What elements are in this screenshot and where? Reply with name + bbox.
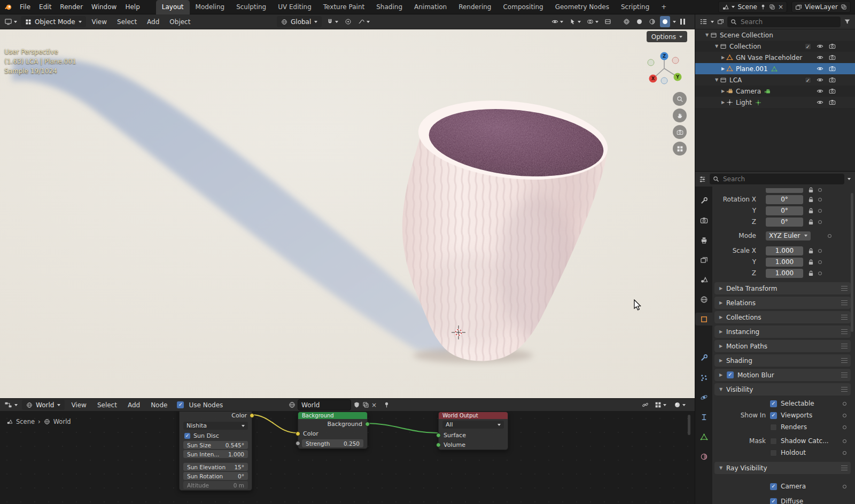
shader-menu-node[interactable]: Node — [146, 399, 172, 412]
sun-rotation-field[interactable]: Sun Rotation0° — [183, 472, 248, 480]
panel-motion-blur[interactable]: ▶Motion Blur — [714, 369, 851, 381]
scale-z-field[interactable]: 1.000 — [766, 269, 803, 278]
panel-ray-visibility[interactable]: ▼Ray Visibility — [714, 462, 851, 474]
render-toggle-icon[interactable] — [829, 88, 836, 95]
pin-icon[interactable] — [383, 401, 390, 408]
pin-icon[interactable] — [760, 4, 766, 10]
panel-grip[interactable] — [841, 329, 848, 335]
shading-dropdown-caret[interactable] — [673, 21, 676, 23]
viewport-menu-select[interactable]: Select — [113, 14, 141, 29]
menubar-item-edit[interactable]: Edit — [35, 0, 56, 14]
panel-instancing[interactable]: ▶Instancing — [714, 325, 851, 338]
menubar-item-file[interactable]: File — [15, 0, 35, 14]
transform-orientation-dropdown[interactable]: Global — [277, 16, 322, 27]
shader-menu-view[interactable]: View — [67, 399, 90, 412]
strength-input-socket[interactable] — [296, 441, 300, 446]
new-viewlayer-icon[interactable] — [841, 4, 847, 10]
animate-dot[interactable] — [843, 439, 846, 443]
hide-eye-icon[interactable] — [817, 65, 823, 72]
altitude-field[interactable]: Altitude0 m — [183, 481, 248, 489]
workspace-tab-compositing[interactable]: Compositing — [497, 0, 549, 14]
panel-grip[interactable] — [841, 466, 848, 471]
menubar-item-window[interactable]: Window — [87, 0, 121, 14]
animate-dot[interactable] — [843, 451, 846, 455]
lock-icon[interactable] — [807, 270, 814, 277]
animate-dot[interactable] — [818, 220, 822, 224]
sun-intensity-field[interactable]: Sun Inten...1.000 — [183, 450, 248, 458]
output-target-dropdown[interactable]: All — [442, 421, 504, 429]
exclude-checkbox[interactable] — [805, 43, 811, 50]
render-toggle-icon[interactable] — [829, 54, 836, 61]
outliner-row-camera[interactable]: ▶ Camera — [695, 86, 855, 97]
animate-dot[interactable] — [818, 188, 822, 192]
outliner-row-lca[interactable]: ▼ LCA — [695, 74, 855, 86]
scene-dropdown-caret[interactable] — [732, 6, 735, 8]
outliner-editor-caret[interactable] — [711, 21, 714, 23]
world-name-field[interactable]: World — [298, 399, 351, 410]
viewport-menu-object[interactable]: Object — [165, 14, 195, 29]
surface-input-socket[interactable] — [436, 433, 441, 438]
camera-view-button[interactable] — [673, 125, 687, 139]
world-output-node[interactable]: World Output All Surface Volume — [438, 412, 508, 450]
renders-checkbox[interactable] — [770, 424, 777, 431]
clipped-field[interactable] — [766, 188, 803, 193]
tab-view-layer[interactable] — [695, 253, 712, 266]
shader-type-dropdown[interactable]: World — [22, 400, 65, 410]
tab-object[interactable] — [695, 313, 712, 325]
hide-eye-icon[interactable] — [817, 76, 823, 83]
animate-dot[interactable] — [828, 234, 831, 238]
ray-diffuse-checkbox[interactable] — [770, 498, 777, 504]
workspace-tab-shading[interactable]: Shading — [370, 0, 408, 14]
exclude-checkbox[interactable] — [805, 77, 811, 83]
animate-dot[interactable] — [843, 485, 846, 489]
blender-logo-icon[interactable] — [4, 3, 12, 11]
overlays-icon[interactable] — [672, 399, 687, 410]
expand-icon[interactable]: ▼ — [713, 44, 720, 49]
expand-icon[interactable]: ▶ — [720, 55, 726, 60]
tab-physics[interactable] — [695, 391, 712, 404]
properties-options-caret[interactable] — [848, 178, 851, 180]
outliner-row-light[interactable]: ▶ Light — [695, 97, 855, 108]
hide-eye-icon[interactable] — [817, 99, 823, 106]
ray-camera-checkbox[interactable] — [770, 483, 777, 490]
new-scene-icon[interactable] — [769, 4, 775, 10]
navigation-gizmo[interactable]: Z X Y — [644, 49, 685, 89]
lock-icon[interactable] — [807, 247, 814, 254]
viewport-menu-add[interactable]: Add — [143, 14, 164, 29]
outliner-row-plane001[interactable]: ▶ Plane.001 — [695, 63, 855, 74]
strength-field[interactable]: Strength0.250 — [302, 439, 363, 447]
panel-grip[interactable] — [841, 344, 848, 349]
new-datablock-icon[interactable] — [362, 401, 369, 408]
volume-input-socket[interactable] — [436, 443, 441, 447]
axis-z-ball[interactable]: Z — [660, 52, 669, 60]
tab-scene[interactable] — [695, 273, 712, 286]
outliner-search[interactable] — [727, 17, 841, 27]
pause-render-button[interactable] — [679, 18, 686, 25]
render-toggle-icon[interactable] — [829, 99, 836, 106]
holdout-checkbox[interactable] — [770, 449, 777, 456]
menubar-item-help[interactable]: Help — [121, 0, 144, 14]
rotation-mode-dropdown[interactable]: XYZ Euler — [766, 231, 811, 241]
expand-icon[interactable]: ▼ — [713, 77, 720, 82]
shadow-catcher-checkbox[interactable] — [770, 438, 777, 445]
color-input-socket[interactable] — [296, 431, 300, 436]
animate-dot[interactable] — [843, 402, 846, 406]
outliner-row-collection[interactable]: ▼ Collection — [695, 41, 855, 52]
shading-material-icon[interactable] — [647, 16, 657, 27]
background-output-socket[interactable] — [365, 422, 370, 427]
axis-neg-z-ball[interactable] — [661, 77, 667, 84]
scale-x-field[interactable]: 1.000 — [766, 246, 803, 255]
filter-icon[interactable] — [844, 18, 851, 25]
rotation-x-field[interactable]: 0° — [766, 195, 803, 204]
panel-grip[interactable] — [841, 315, 848, 320]
axis-neg-x-ball[interactable] — [672, 57, 679, 64]
motion-blur-checkbox[interactable] — [727, 371, 734, 378]
lock-icon[interactable] — [807, 219, 814, 226]
sun-size-field[interactable]: Sun Size0.545° — [183, 441, 248, 449]
selectability-icon[interactable] — [568, 16, 582, 27]
perspective-toggle-button[interactable] — [673, 142, 687, 156]
shading-wireframe-icon[interactable] — [621, 16, 632, 27]
shader-editor-caret[interactable] — [14, 404, 18, 406]
render-toggle-icon[interactable] — [829, 76, 836, 83]
sky-type-dropdown[interactable]: Nishita — [183, 422, 248, 430]
